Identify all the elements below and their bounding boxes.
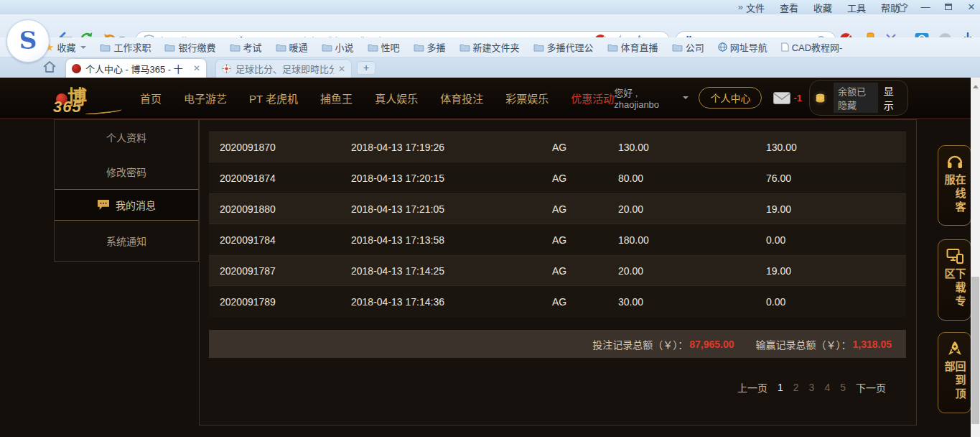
- page-number[interactable]: 4: [824, 382, 830, 393]
- winloss-total-label: 输赢记录总额（￥）：: [756, 337, 851, 351]
- back-to-top-button[interactable]: 回到顶部: [938, 332, 971, 413]
- prev-page-button[interactable]: 上一页: [737, 380, 767, 395]
- bookmark-folder[interactable]: 考试: [230, 40, 262, 54]
- folder-icon: [230, 43, 241, 52]
- folder-icon: [276, 43, 286, 52]
- next-page-button[interactable]: 下一页: [856, 380, 886, 395]
- user-greeting[interactable]: 您好 , zhaojianbo: [614, 86, 674, 110]
- site-logo[interactable]: 博 365: [47, 82, 134, 116]
- bookmark-folder[interactable]: 性吧: [368, 40, 400, 54]
- site-nav-item[interactable]: 捕鱼王: [320, 91, 353, 106]
- platform-cell: AG: [552, 296, 618, 308]
- folder-icon: [322, 43, 332, 52]
- page-number[interactable]: 2: [793, 382, 799, 393]
- page-scrollbar[interactable]: [971, 78, 980, 437]
- bookmark-folder[interactable]: 体育直播: [607, 40, 658, 54]
- window-controls: — ×: [896, 0, 977, 14]
- bookmark-folder[interactable]: 小说: [322, 40, 354, 54]
- skin-shirt-icon[interactable]: [896, 3, 908, 12]
- window-menu-item[interactable]: 文件: [746, 1, 765, 14]
- speech-bubble-icon: [97, 199, 110, 211]
- tab-close-icon[interactable]: ✕: [193, 63, 200, 73]
- favorites-caret[interactable]: [80, 46, 86, 52]
- betting-history-panel: 20200918702018-04-13 17:19:26AG130.00130…: [199, 119, 917, 426]
- user-center-button[interactable]: 个人中心: [699, 87, 762, 109]
- page-number[interactable]: 1: [778, 382, 783, 393]
- bookmark-link[interactable]: 网址导航: [718, 40, 767, 54]
- site-nav-item[interactable]: 优惠活动: [571, 91, 614, 106]
- bookmark-label: 多播代理公: [547, 40, 594, 54]
- online-service-button[interactable]: 在线客服: [938, 145, 971, 226]
- window-menu-item[interactable]: 查看: [780, 1, 798, 14]
- scrollbar-thumb[interactable]: [971, 277, 979, 424]
- bookmark-label: CAD教程网-: [792, 40, 843, 54]
- browser-toolbar: S http://www.16866bomago.com/#/my/histor…: [0, 14, 980, 37]
- folder-icon: [368, 43, 378, 52]
- site-nav-item[interactable]: PT 老虎机: [249, 91, 298, 106]
- bookmark-label: 考试: [243, 40, 262, 54]
- table-row: 20200917842018-04-13 17:13:58AG180.000.0…: [209, 224, 906, 255]
- menu-overflow-chevron[interactable]: »: [738, 1, 743, 12]
- bookmark-folder[interactable]: 银行缴费: [164, 40, 215, 54]
- site-nav-item[interactable]: 首页: [140, 91, 162, 106]
- winloss-amount-cell: 19.00: [766, 203, 906, 215]
- winloss-amount-cell: 0.00: [766, 234, 906, 246]
- site-nav-item[interactable]: 体育投注: [440, 91, 483, 106]
- winloss-amount-cell: 130.00: [766, 142, 906, 153]
- tab-personal-center[interactable]: 个人中心 - 博马365 - 十 ✕: [66, 59, 206, 78]
- winloss-amount-cell: 0.00: [766, 296, 906, 308]
- window-menu-item[interactable]: 收藏: [813, 1, 832, 14]
- home-icon[interactable]: [43, 61, 56, 73]
- bet-id-cell: 2020091789: [220, 296, 351, 308]
- bet-time-cell: 2018-04-13 17:14:36: [351, 296, 552, 308]
- balance-hidden-label: 余额已隐藏: [834, 83, 878, 113]
- bookmark-folder[interactable]: 工作求职: [100, 40, 151, 54]
- user-dropdown-caret[interactable]: [683, 96, 689, 102]
- site-nav-item[interactable]: 真人娱乐: [375, 91, 418, 106]
- mail-icon[interactable]: [773, 92, 790, 104]
- winloss-amount-cell: 76.00: [766, 172, 906, 184]
- bookmark-folder[interactable]: 多播代理公: [533, 40, 594, 54]
- bookmark-folder[interactable]: 暖通: [276, 40, 308, 54]
- titlebar: » 文件查看收藏工具帮助 — ×: [0, 0, 980, 14]
- bet-total-label: 投注记录总额（￥）：: [592, 337, 688, 351]
- platform-cell: AG: [552, 265, 618, 277]
- page-number[interactable]: 3: [809, 382, 815, 393]
- bookmark-folder[interactable]: 公司: [672, 40, 704, 54]
- sidebar-item[interactable]: 我的消息: [55, 189, 198, 221]
- bet-amount-cell: 20.00: [618, 265, 766, 277]
- bookmark-folder[interactable]: 多播: [414, 40, 446, 54]
- logo-swoosh: [85, 107, 122, 115]
- sidebar-item[interactable]: 个人资料: [55, 120, 198, 155]
- bet-amount-cell: 30.00: [618, 296, 766, 308]
- window-menu-item[interactable]: 工具: [847, 1, 866, 14]
- tab-favicon-icon: [72, 64, 81, 73]
- close-button[interactable]: ×: [966, 1, 977, 14]
- platform-cell: AG: [552, 234, 618, 246]
- sidebar-item[interactable]: 系统通知: [55, 221, 198, 261]
- tab-close-icon[interactable]: ✕: [338, 64, 345, 74]
- scroll-up-arrow-icon[interactable]: [973, 82, 979, 88]
- show-balance-button[interactable]: 显示: [884, 83, 899, 112]
- bet-id-cell: 2020091880: [220, 203, 351, 215]
- sogou-browser-logo[interactable]: S: [6, 19, 50, 63]
- sidebar-item[interactable]: 修改密码: [55, 155, 198, 189]
- bookmarks-bar: ★ 收藏 工作求职银行缴费考试暖通小说性吧多播新建文件夹多播代理公体育直播公司网…: [0, 37, 980, 58]
- tab-football-scores[interactable]: 足球比分、足球即時比分 ✕: [215, 59, 352, 78]
- sidebar-item-label: 修改密码: [106, 165, 146, 179]
- bet-time-cell: 2018-04-13 17:19:26: [351, 142, 552, 153]
- favorites-button[interactable]: ★ 收藏: [45, 40, 86, 54]
- site-nav-item[interactable]: 彩票娱乐: [505, 91, 549, 106]
- site-nav-item[interactable]: 电子游艺: [184, 91, 227, 106]
- minimize-button[interactable]: —: [920, 1, 931, 14]
- balance-pill[interactable]: 余额已隐藏 显示: [809, 80, 908, 116]
- restore-button[interactable]: [943, 1, 954, 14]
- download-zone-button[interactable]: 下载专区: [938, 239, 971, 321]
- bookmark-label: 小说: [335, 40, 354, 54]
- download-zone-icon: [946, 248, 963, 264]
- page-number[interactable]: 5: [840, 382, 846, 393]
- new-tab-button[interactable]: +: [357, 61, 375, 75]
- bookmark-link[interactable]: CAD教程网-: [781, 40, 843, 54]
- bet-time-cell: 2018-04-13 17:13:58: [351, 234, 552, 246]
- bookmark-folder[interactable]: 新建文件夹: [459, 40, 520, 54]
